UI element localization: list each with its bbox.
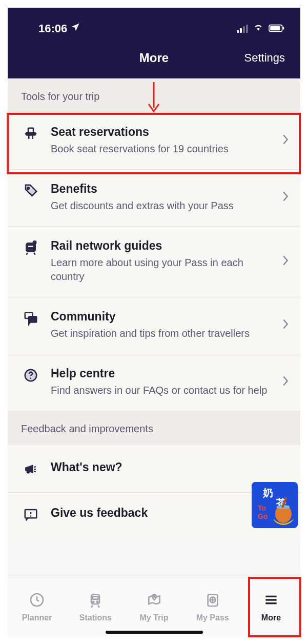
page-title: More xyxy=(139,51,169,65)
map-pin-icon xyxy=(146,592,162,610)
svg-rect-11 xyxy=(28,245,34,248)
feedback-icon xyxy=(22,506,39,522)
svg-point-28 xyxy=(153,596,155,597)
row-text: Rail network guides Learn more about usi… xyxy=(51,239,271,284)
tab-label: My Pass xyxy=(196,613,229,622)
tab-label: More xyxy=(261,613,281,622)
svg-point-27 xyxy=(97,601,98,602)
cellular-icon xyxy=(237,25,248,33)
tab-more[interactable]: More xyxy=(242,577,300,636)
row-title: Give us feedback xyxy=(51,506,271,520)
chevron-right-icon xyxy=(282,134,289,147)
row-title: What's new? xyxy=(51,460,289,474)
header: 16:06 More Settings xyxy=(8,8,300,78)
chevron-right-icon xyxy=(282,191,289,204)
status-bar: 16:06 xyxy=(23,22,285,35)
chevron-right-icon xyxy=(282,318,289,332)
tab-label: My Trip xyxy=(140,613,169,622)
row-title: Help centre xyxy=(51,367,271,380)
svg-rect-3 xyxy=(28,128,33,133)
svg-point-19 xyxy=(30,377,32,379)
row-title: Seat reservations xyxy=(51,125,271,139)
svg-point-12 xyxy=(28,249,30,250)
status-time: 16:06 xyxy=(38,22,67,35)
section-title-feedback: Feedback and improvements xyxy=(8,411,300,445)
tab-bar: Planner Stations My Trip My Pass More xyxy=(8,577,300,636)
row-community[interactable]: Community Get inspiration and tips from … xyxy=(8,297,300,354)
help-icon xyxy=(22,367,39,383)
tab-my-trip[interactable]: My Trip xyxy=(125,577,183,636)
svg-rect-25 xyxy=(93,596,98,599)
svg-rect-1 xyxy=(270,26,280,31)
hamburger-icon xyxy=(263,592,279,610)
row-title: Benefits xyxy=(51,182,271,196)
chevron-right-icon xyxy=(282,375,289,389)
svg-rect-17 xyxy=(29,316,36,322)
row-text: Help centre Find answers in our FAQs or … xyxy=(51,367,271,397)
location-arrow-icon xyxy=(70,22,80,35)
chevron-right-icon xyxy=(282,255,289,268)
row-sub: Get inspiration and tips from other trav… xyxy=(51,327,271,340)
svg-point-26 xyxy=(93,601,94,602)
community-icon xyxy=(22,310,39,326)
home-indicator[interactable] xyxy=(106,631,203,634)
svg-text:Go: Go xyxy=(258,512,268,520)
train-icon: i xyxy=(22,239,39,255)
megaphone-icon xyxy=(22,460,39,477)
section-title-tools: Tools for your trip xyxy=(8,78,300,113)
svg-text:To: To xyxy=(258,504,266,512)
row-title: Rail network guides xyxy=(51,239,271,253)
seat-icon xyxy=(22,125,39,142)
row-text: Give us feedback xyxy=(51,506,271,520)
svg-point-13 xyxy=(32,249,33,250)
svg-point-22 xyxy=(30,515,32,517)
row-title: Community xyxy=(51,310,271,324)
tools-list: Seat reservations Book seat reservations… xyxy=(8,113,300,411)
row-sub: Book seat reservations for 19 countries xyxy=(51,142,271,156)
status-right xyxy=(237,22,285,35)
tab-stations[interactable]: Stations xyxy=(66,577,125,636)
tab-label: Planner xyxy=(22,613,52,622)
app-badge-icon[interactable]: 奶 茶 To Go xyxy=(252,482,298,528)
tab-my-pass[interactable]: My Pass xyxy=(183,577,242,636)
row-text: Benefits Get discounts and extras with y… xyxy=(51,182,271,213)
row-rail-guides[interactable]: i Rail network guides Learn more about u… xyxy=(8,227,300,297)
status-time-group: 16:06 xyxy=(23,22,80,35)
tab-planner[interactable]: Planner xyxy=(8,577,66,636)
app-screen: 16:06 More Settings Tools f xyxy=(8,8,300,636)
tab-label: Stations xyxy=(79,613,112,622)
row-sub: Learn more about using your Pass in each… xyxy=(51,256,271,284)
row-seat-reservations[interactable]: Seat reservations Book seat reservations… xyxy=(8,113,300,170)
row-sub: Find answers in our FAQs or contact us f… xyxy=(51,384,271,397)
wifi-icon xyxy=(252,22,264,35)
row-sub: Get discounts and extras with your Pass xyxy=(51,199,271,213)
svg-rect-4 xyxy=(26,133,35,135)
row-help-centre[interactable]: Help centre Find answers in our FAQs or … xyxy=(8,354,300,411)
row-text: What's new? xyxy=(51,460,289,474)
battery-icon xyxy=(269,22,285,35)
pass-icon xyxy=(204,592,221,610)
clock-icon xyxy=(29,592,45,610)
row-benefits[interactable]: Benefits Get discounts and extras with y… xyxy=(8,170,300,227)
settings-link[interactable]: Settings xyxy=(244,51,285,65)
svg-text:奶: 奶 xyxy=(262,487,273,498)
svg-text:i: i xyxy=(34,243,35,245)
tag-icon xyxy=(22,182,39,198)
nav-bar: More Settings xyxy=(23,51,285,71)
train-front-icon xyxy=(87,592,104,610)
svg-point-9 xyxy=(27,187,29,189)
row-text: Community Get inspiration and tips from … xyxy=(51,310,271,340)
svg-rect-2 xyxy=(283,27,284,29)
row-text: Seat reservations Book seat reservations… xyxy=(51,125,271,156)
